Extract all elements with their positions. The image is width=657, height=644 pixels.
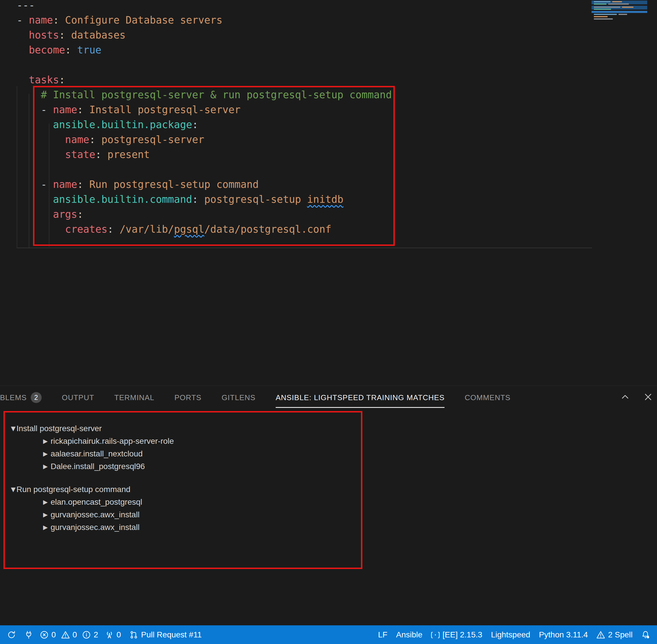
status-text: [EE] 2.15.3 [443,630,483,639]
execution-environment-indicator[interactable]: {·}[EE] 2.15.3 [427,625,487,644]
code-token [17,119,53,131]
code-line [17,162,392,177]
bottom-panel: BLEMS2OUTPUTTERMINALPORTSGITLENSANSIBLE:… [0,386,657,625]
code-line: hosts: databases [17,28,392,43]
tree-item[interactable]: ▶gurvanjossec.awx_install [0,521,657,534]
tree-item-label: elan.opencast_postgresql [50,498,142,507]
code-token: /var/lib/ [119,224,174,235]
code-token: postgresql-setup [204,193,307,205]
code-token: Run postgresql-setup command [89,179,259,190]
svg-text:{·}: {·} [431,631,440,638]
code-line: state: present [17,147,392,162]
problems-info[interactable]: 2 [79,625,101,644]
tab-label: TERMINAL [114,393,154,402]
vscode-window: ---- name: Configure Database servers ho… [0,0,657,644]
code-token: Configure Database servers [65,14,222,26]
twisty-collapsed-icon: ▶ [43,451,48,457]
tab-output[interactable]: OUTPUT [62,386,94,409]
misspelled-word: initdb [307,193,343,205]
twisty-collapsed-icon: ▶ [43,438,48,445]
minimap[interactable] [591,0,647,26]
code-line: --- [17,0,392,13]
code-line: creates: /var/lib/pgsql/data/postgresql.… [17,222,392,237]
status-text: Ansible [396,630,422,639]
close-icon [643,392,653,403]
indent-guide [29,94,29,248]
sync-icon [7,630,16,639]
code-line: ansible.builtin.command: postgresql-setu… [17,192,392,207]
tree-item[interactable]: ▶rickapichairuk.rails-app-server-role [0,435,657,447]
tree-section[interactable]: ▼Install postgresql-server [0,422,657,435]
code-token: : [77,104,89,115]
code-token [17,74,29,86]
tab-terminal[interactable]: TERMINAL [114,386,154,409]
code-token [17,44,29,56]
problems-count-badge: 2 [31,392,42,403]
tree-item[interactable]: ▶gurvanjossec.awx_install [0,508,657,521]
tree-section-label: Run postgresql-setup command [16,485,131,494]
code-editor[interactable]: ---- name: Configure Database servers ho… [17,0,392,237]
tab-label: OUTPUT [62,393,94,402]
error-icon [40,630,49,639]
code-token [17,29,29,41]
maximize-panel-button[interactable] [620,392,630,403]
code-token: : [192,193,204,205]
code-token [17,224,65,235]
code-token: : [95,149,108,160]
code-token: ansible.builtin.package [53,119,192,131]
code-token: creates [65,224,108,235]
code-line: ansible.builtin.package: [17,117,392,132]
problems-errors[interactable]: 0 [37,625,58,644]
python-version-indicator[interactable]: Python 3.11.4 [535,625,592,644]
problems-warnings[interactable]: 0 [58,625,80,644]
code-token: state [65,149,95,160]
tab-gitlens[interactable]: GITLENS [222,386,256,409]
code-token: databases [71,29,126,41]
code-line: become: true [17,43,392,58]
radio-tower-icon [105,630,114,639]
eol-indicator[interactable]: LF [374,625,392,644]
twisty-expanded-icon: ▼ [11,486,16,493]
tree-item[interactable]: ▶elan.opencast_postgresql [0,496,657,508]
code-token [17,193,53,205]
lightspeed-indicator[interactable]: Lightspeed [487,625,535,644]
code-token [17,149,65,160]
warning-icon [61,630,70,639]
code-line [17,58,392,72]
language-indicator[interactable]: Ansible [392,625,427,644]
tree-item[interactable]: ▶aalaesar.install_nextcloud [0,447,657,460]
sync-indicator[interactable] [3,625,20,644]
twisty-collapsed-icon: ▶ [43,463,48,470]
plug-indicator[interactable] [20,625,37,644]
editor-region[interactable]: ---- name: Configure Database servers ho… [0,0,657,386]
close-panel-button[interactable] [643,392,653,403]
status-text: Python 3.11.4 [539,630,588,639]
tab-problems[interactable]: BLEMS2 [0,386,42,409]
warning-icon [596,630,605,639]
code-token [17,134,65,145]
code-token: name [65,134,89,145]
pull-request-indicator[interactable]: Pull Request #11 [125,625,206,644]
tab-comments[interactable]: COMMENTS [465,386,511,409]
misspelled-word: pgsql [174,224,204,235]
spell-checker-indicator[interactable]: 2 Spell [592,625,637,644]
tree-item[interactable]: ▶Dalee.install_postgresql96 [0,460,657,473]
code-token: - [17,179,53,190]
twisty-collapsed-icon: ▶ [43,524,48,531]
status-text: LF [378,630,388,639]
code-token: present [108,149,150,160]
status-text: 0 [51,630,56,639]
ports-indicator[interactable]: 0 [101,625,125,644]
code-line: name: postgresql-server [17,132,392,147]
code-token: Install postgresql-server [89,104,241,115]
tab-ports[interactable]: PORTS [174,386,202,409]
code-token: : [77,209,83,220]
tree-section[interactable]: ▼Run postgresql-setup command [0,483,657,496]
code-token: : [108,224,119,235]
notifications-bell[interactable] [637,625,654,644]
code-token [17,209,53,220]
tree-item-label: Dalee.install_postgresql96 [50,462,145,471]
tree-item-label: aalaesar.install_nextcloud [50,449,143,458]
indent-guide [49,123,49,247]
tab-lightspeed-matches[interactable]: ANSIBLE: LIGHTSPEED TRAINING MATCHES [276,386,445,409]
